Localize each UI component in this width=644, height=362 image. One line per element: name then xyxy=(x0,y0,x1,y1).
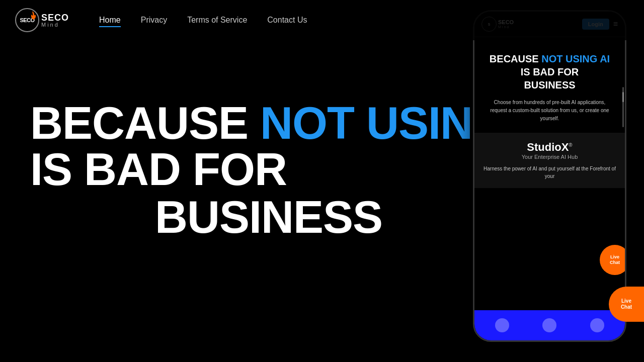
logo-circle: SECO xyxy=(15,8,39,32)
hero-line2: IS BAD FOR xyxy=(30,146,507,194)
nav-item-terms: Terms of Service xyxy=(187,16,247,25)
live-chat-line1: Live xyxy=(610,254,619,260)
nav-links: Home Privacy Terms of Service Contact Us xyxy=(99,16,307,25)
hero-line1: BECAUSE NOT USING xyxy=(30,101,507,146)
phone-hero-title: BECAUSE NOT USING AI IS BAD FOR BUSINESS xyxy=(482,52,617,92)
logo-seco: SECO xyxy=(41,13,69,22)
logo-link[interactable]: SECO SECO Mind xyxy=(15,8,69,32)
nav-link-contact[interactable]: Contact Us xyxy=(267,16,307,26)
phone-bottom-icon-2 xyxy=(542,318,556,332)
phone-mockup: S SECO Mind Login ≡ BECAUSE NOT USING AI… xyxy=(473,10,626,342)
phone-bottom-strip xyxy=(474,310,625,340)
phone-bottom-icon-3 xyxy=(590,318,604,332)
nav-link-privacy[interactable]: Privacy xyxy=(141,16,167,26)
phone-bottom-icon-1 xyxy=(495,318,509,332)
phone-hero-prefix: BECAUSE xyxy=(490,53,541,64)
phone-screen: S SECO Mind Login ≡ BECAUSE NOT USING AI… xyxy=(474,12,625,340)
hero-line3: BUSINESS xyxy=(30,194,507,241)
hero-line1-prefix: BECAUSE xyxy=(30,98,260,148)
live-chat-line2: Chat xyxy=(610,260,620,265)
logo-text: SECO Mind xyxy=(41,13,69,28)
phone-hero-subtitle: Choose from hundreds of pre-built AI app… xyxy=(482,99,617,123)
live-chat-partial-button[interactable]: Live Chat xyxy=(609,287,644,322)
phone-hero: BECAUSE NOT USING AI IS BAD FOR BUSINESS… xyxy=(474,37,625,133)
studio-name: StudioX xyxy=(527,141,569,153)
live-chat-button[interactable]: Live Chat xyxy=(600,245,625,275)
navbar: SECO SECO Mind Home Privacy Terms of Ser… xyxy=(0,0,644,40)
live-chat-partial-line1: Live xyxy=(621,298,631,304)
studio-description: Harness the power of AI and put yourself… xyxy=(482,165,617,180)
studio-title: StudioX® xyxy=(482,141,617,154)
nav-item-contact: Contact Us xyxy=(267,16,307,25)
phone-scrollbar-thumb xyxy=(622,92,624,102)
live-chat-partial-line2: Chat xyxy=(621,304,632,310)
phone-hero-highlight: NOT USING AI xyxy=(541,53,610,64)
nav-item-privacy: Privacy xyxy=(141,16,167,25)
flame-icon xyxy=(29,11,36,20)
studio-tagline: Your Enterprise AI Hub xyxy=(482,154,617,160)
phone-hero-line3: BUSINESS xyxy=(524,79,575,90)
logo-mind: Mind xyxy=(41,22,69,28)
nav-link-home[interactable]: Home xyxy=(99,16,121,27)
studio-reg: ® xyxy=(569,142,572,148)
nav-link-terms[interactable]: Terms of Service xyxy=(187,16,247,26)
phone-hero-line2: IS BAD FOR xyxy=(521,66,579,77)
phone-studio-section: StudioX® Your Enterprise AI Hub Harness … xyxy=(474,133,625,188)
phone-scrollbar[interactable] xyxy=(622,87,624,127)
hero-text-block: BECAUSE NOT USING IS BAD FOR BUSINESS xyxy=(30,101,507,241)
nav-item-home: Home xyxy=(99,16,121,25)
